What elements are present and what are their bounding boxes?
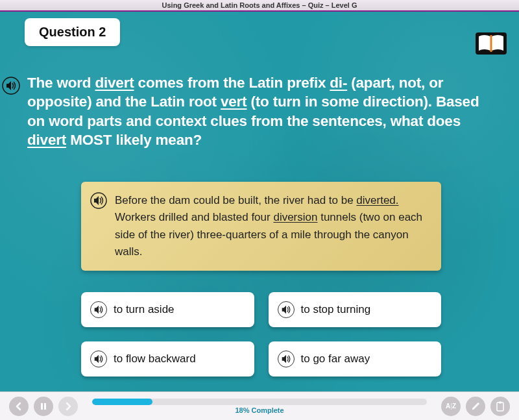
- pause-button[interactable]: [34, 397, 53, 416]
- audio-icon: [280, 304, 292, 315]
- back-button[interactable]: [9, 397, 29, 416]
- progress-bar: [92, 399, 427, 405]
- app-title-bar: Using Greek and Latin Roots and Affixes …: [0, 0, 519, 12]
- footer-bar: 18% Complete A|Z: [0, 391, 519, 420]
- svg-rect-1: [490, 35, 492, 52]
- question-audio-button[interactable]: [2, 77, 20, 95]
- pause-icon: [40, 402, 47, 410]
- answers-grid: to turn aside to stop turning to flow: [81, 292, 441, 377]
- question-number-tab: Question 2: [25, 18, 120, 46]
- audio-icon: [280, 353, 292, 365]
- passage-box: Before the dam could be built, the river…: [81, 182, 441, 271]
- question-number-label: Question 2: [39, 25, 106, 39]
- passage-text: Before the dam could be built, the river…: [115, 192, 429, 260]
- progress-label: 18% Complete: [92, 406, 427, 414]
- answer-option-a[interactable]: to turn aside: [81, 292, 254, 327]
- arrow-right-icon: [64, 402, 73, 411]
- question-text: The word divert comes from the Latin pre…: [27, 73, 500, 149]
- passage-audio-button[interactable]: [90, 192, 107, 209]
- reference-book-button[interactable]: [475, 31, 507, 56]
- notes-button[interactable]: [490, 397, 510, 416]
- quiz-main-area: Question 2 The word divert comes from th…: [0, 12, 519, 391]
- audio-icon: [93, 304, 104, 315]
- svg-rect-4: [41, 403, 43, 410]
- progress-container: 18% Complete: [92, 399, 427, 414]
- highlight-button[interactable]: [466, 397, 485, 416]
- svg-rect-5: [44, 403, 46, 410]
- answer-audio-button[interactable]: [90, 301, 107, 318]
- svg-rect-8: [499, 401, 501, 403]
- answer-audio-button[interactable]: [278, 301, 295, 318]
- audio-icon: [2, 77, 20, 95]
- answer-option-d[interactable]: to go far away: [269, 341, 442, 377]
- answer-text: to go far away: [301, 352, 370, 365]
- app-title: Using Greek and Latin Roots and Affixes …: [162, 1, 357, 9]
- answer-audio-button[interactable]: [278, 351, 295, 367]
- book-icon: [475, 31, 507, 56]
- progress-bar-fill: [92, 399, 152, 405]
- arrow-left-icon: [14, 402, 23, 411]
- forward-button[interactable]: [58, 397, 78, 416]
- svg-rect-7: [497, 402, 503, 411]
- answer-text: to turn aside: [114, 303, 175, 316]
- glossary-button[interactable]: A|Z: [441, 397, 461, 416]
- audio-icon: [90, 192, 107, 209]
- answer-option-b[interactable]: to stop turning: [269, 292, 442, 327]
- clipboard-icon: [496, 401, 505, 412]
- answer-option-c[interactable]: to flow backward: [81, 341, 254, 377]
- audio-icon: [93, 353, 104, 365]
- answer-audio-button[interactable]: [90, 351, 107, 367]
- answer-text: to flow backward: [114, 352, 196, 365]
- pencil-icon: [470, 401, 481, 412]
- glossary-icon: A|Z: [446, 402, 456, 410]
- answer-text: to stop turning: [301, 303, 371, 316]
